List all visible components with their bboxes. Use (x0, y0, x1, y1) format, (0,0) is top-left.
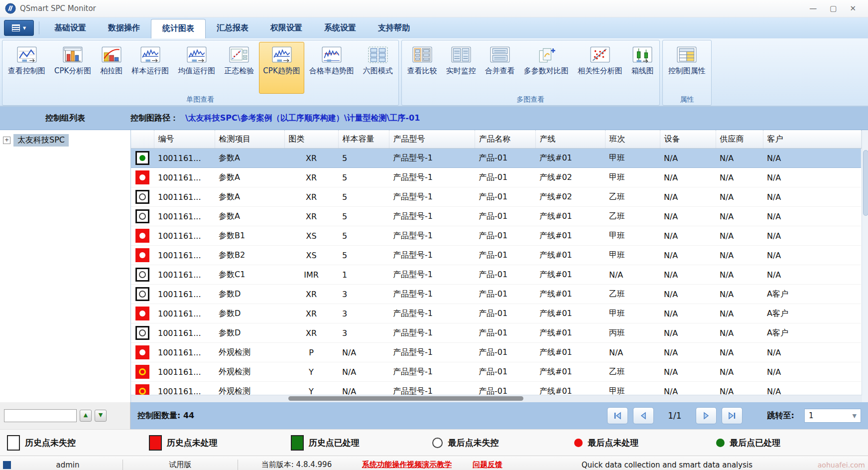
tab-7[interactable]: 支持帮助 (367, 19, 421, 38)
column-header-10[interactable]: 供应商 (716, 130, 763, 149)
table-row-7[interactable]: 1001161...参数C1IMR1产品型号-1产品-01产线#01N/AN/A… (131, 265, 861, 285)
ribbon-button-realtime[interactable]: 实时监控 (442, 42, 480, 94)
minimize-button[interactable]: — (809, 3, 817, 13)
cell-col1: 1001161... (154, 207, 215, 226)
legend-circle-icon (716, 439, 725, 447)
column-header-2[interactable]: 检测项目 (215, 130, 284, 149)
ribbon-button-label: CPK分析图 (54, 66, 91, 76)
first-page-button[interactable] (607, 407, 628, 424)
cell-col1: 1001161... (154, 226, 215, 246)
ribbon-button-normal-test[interactable]: 正态检验 (220, 42, 258, 94)
legend-item-2: 历史点未处理 (149, 435, 291, 451)
ribbon-button-correlation[interactable]: 相关性分析图 (574, 42, 626, 94)
table-row-12[interactable]: 1001161...外观检测YN/A产品型号-1产品-01产线#01乙班N/AN… (131, 362, 861, 382)
column-header-5[interactable]: 产品型号 (389, 130, 475, 149)
hamburger-icon (12, 24, 20, 31)
ribbon-button-properties[interactable]: 控制图属性 (664, 42, 710, 94)
table-row-8[interactable]: 1001161...参数DXR3产品型号-1产品-01产线#01乙班N/AN/A… (131, 285, 861, 304)
table-row-3[interactable]: 1001161...参数AXR5产品型号-1产品-01产线#02乙班N/AN/A… (131, 187, 861, 207)
column-header-7[interactable]: 产线 (535, 130, 605, 149)
status-column-header[interactable] (131, 130, 154, 149)
app-menu-button[interactable]: ▼ (4, 20, 34, 36)
sample-run-icon (140, 46, 160, 64)
vertical-scrollbar[interactable] (862, 130, 868, 402)
ribbon-button-control-chart[interactable]: 查看控制图 (4, 42, 49, 94)
column-header-6[interactable]: 产品名称 (475, 130, 535, 149)
tree-node-root[interactable]: + 太友科技SPC (0, 134, 130, 147)
column-header-3[interactable]: 图类 (284, 130, 338, 149)
ribbon-button-sample-run[interactable]: 样本运行图 (127, 42, 173, 94)
column-header-9[interactable]: 设备 (660, 130, 716, 149)
status-dot-icon (139, 174, 145, 180)
tree-expand-icon[interactable]: + (3, 137, 10, 144)
cell-col7: 产线#01 (535, 207, 605, 226)
tab-5[interactable]: 权限设置 (259, 19, 313, 38)
tab-1[interactable]: 基础设置 (43, 19, 97, 38)
table-row-5[interactable]: 1001161...参数B1XS5产品型号-1产品-01产线#01甲班N/AN/… (131, 226, 861, 246)
ribbon-button-mean-run[interactable]: 均值运行图 (174, 42, 219, 94)
table-row-2[interactable]: 1001161...参数AXR5产品型号-1产品-01产线#02甲班N/AN/A… (131, 168, 861, 187)
spinner-up-button[interactable]: ▲ (80, 410, 92, 422)
cpk-trend-icon (272, 46, 292, 64)
cell-col7: 产线#01 (535, 323, 605, 343)
last-page-button[interactable] (722, 407, 743, 424)
cell-col8: 甲班 (605, 149, 660, 168)
ribbon-button-merge[interactable]: 合并查看 (481, 42, 519, 94)
cell-col4: 5 (338, 187, 389, 207)
prev-page-button[interactable] (633, 407, 654, 424)
cell-col5: 产品型号-1 (389, 304, 475, 323)
column-header-11[interactable]: 客户 (763, 130, 861, 149)
tab-3[interactable]: 统计图表 (151, 19, 206, 38)
spinner-down-button[interactable]: ▼ (95, 410, 107, 422)
cell-col7: 产线#01 (535, 362, 605, 382)
ribbon-button-rate-trend[interactable]: 合格率趋势图 (305, 42, 358, 94)
next-page-button[interactable] (696, 407, 717, 424)
maximize-button[interactable]: ▢ (830, 3, 837, 13)
cell-col4: 3 (338, 285, 389, 304)
tree-search-input[interactable] (4, 409, 77, 422)
chart-path-value: \太友科技SPC\参考案例（以工序顺序构建）\计量型检测\工序-01 (185, 113, 420, 124)
close-button[interactable]: ✕ (850, 3, 856, 13)
tab-6[interactable]: 系统设置 (313, 19, 367, 38)
cell-col11: N/A (763, 226, 861, 246)
cell-col8: 甲班 (605, 304, 660, 323)
feedback-link[interactable]: 问题反馈 (473, 460, 502, 470)
table-header-row: 编号检测项目图类样本容量产品型号产品名称产线班次设备供应商客户 (131, 130, 861, 149)
table-row-6[interactable]: 1001161...参数B2XS5产品型号-1产品-01产线#01甲班N/AN/… (131, 246, 861, 265)
status-icon-white-square-hollow-dot (135, 190, 149, 204)
ribbon-button-pareto[interactable]: 柏拉图 (96, 42, 126, 94)
ribbon-button-compare[interactable]: 查看比较 (403, 42, 441, 94)
tree-node-label[interactable]: 太友科技SPC (13, 134, 69, 147)
status-dot-icon (139, 329, 146, 336)
ribbon-button-multi-param[interactable]: 多参数对比图 (520, 42, 573, 94)
tab-2[interactable]: 数据操作 (97, 19, 151, 38)
column-header-8[interactable]: 班次 (605, 130, 660, 149)
cell-col8: 丙班 (605, 323, 660, 343)
table-row-4[interactable]: 1001161...参数AXR5产品型号-1产品-01产线#01乙班N/AN/A… (131, 207, 861, 226)
table-row-1[interactable]: 1001161...参数AXR5产品型号-1产品-01产线#01甲班N/AN/A… (131, 149, 861, 168)
horizontal-scrollbar[interactable] (131, 395, 862, 402)
tab-4[interactable]: 汇总报表 (206, 19, 259, 38)
ribbon-button-six-chart[interactable]: 六图模式 (359, 42, 397, 94)
column-header-1[interactable]: 编号 (154, 130, 215, 149)
ribbon-button-cpk-trend[interactable]: CPK趋势图 (259, 42, 304, 94)
cell-col4: N/A (338, 362, 389, 382)
ribbon-button-cpk-analysis[interactable]: CPK分析图 (50, 42, 95, 94)
status-dot-icon (139, 233, 145, 239)
table-row-10[interactable]: 1001161...参数DXR3产品型号-1产品-01产线#01丙班N/AN/A… (131, 323, 861, 343)
cell-col11: N/A (763, 265, 861, 285)
control-group-list-header: 控制组列表 (0, 113, 130, 124)
table-row-9[interactable]: 1001161...参数DXR3产品型号-1产品-01产线#01甲班N/AN/A… (131, 304, 861, 323)
table-row-11[interactable]: 1001161...外观检测PN/A产品型号-1产品-01产线#01N/AN/A… (131, 343, 861, 362)
jump-to-dropdown[interactable]: 1 ▼ (804, 409, 861, 423)
control-chart-icon (17, 46, 37, 64)
video-tutorial-link[interactable]: 系统功能操作视频演示教学 (362, 460, 452, 470)
cell-col10: N/A (716, 304, 763, 323)
control-group-sidebar: + 太友科技SPC (0, 130, 131, 402)
horizontal-scrollbar-thumb[interactable] (288, 396, 523, 401)
status-icon-red-square-white-dot (135, 345, 149, 359)
vertical-scrollbar-thumb[interactable] (863, 150, 868, 216)
status-icon-white-square-hollow-dot (135, 209, 149, 223)
column-header-4[interactable]: 样本容量 (338, 130, 389, 149)
ribbon-button-boxplot[interactable]: 箱线图 (627, 42, 658, 94)
